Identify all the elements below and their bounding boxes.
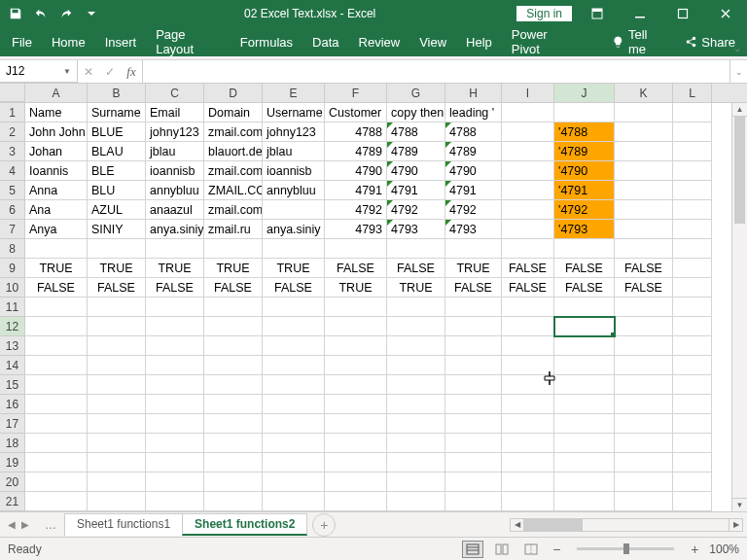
cell[interactable]	[502, 336, 554, 356]
cell[interactable]	[325, 298, 387, 317]
cell[interactable]: copy then	[387, 103, 445, 122]
cell[interactable]	[502, 472, 554, 492]
cell[interactable]	[673, 298, 712, 317]
cell[interactable]	[502, 142, 554, 161]
row-header[interactable]: 15	[0, 375, 25, 395]
col-header-J[interactable]: J	[554, 84, 615, 102]
cell[interactable]: FALSE	[554, 278, 615, 298]
sheet-nav-prev-icon[interactable]: ◀	[6, 519, 18, 530]
cell[interactable]: Email	[146, 103, 204, 122]
cell[interactable]	[204, 492, 263, 511]
vertical-scrollbar[interactable]: ▲ ▼	[731, 103, 747, 511]
cell[interactable]	[615, 142, 673, 161]
row-header[interactable]: 7	[0, 220, 25, 239]
cell[interactable]	[615, 434, 673, 453]
cell[interactable]	[502, 103, 554, 122]
cell[interactable]	[445, 492, 502, 511]
cell[interactable]: FALSE	[502, 278, 554, 298]
cell[interactable]	[445, 356, 502, 375]
cell[interactable]: zmail.com	[204, 122, 263, 142]
tab-view[interactable]: View	[419, 31, 446, 53]
cell[interactable]: TRUE	[88, 259, 146, 278]
cell[interactable]	[263, 492, 325, 511]
cell[interactable]	[673, 395, 712, 414]
cell[interactable]: Username	[263, 103, 325, 122]
cell[interactable]: FALSE	[554, 259, 615, 278]
cell[interactable]	[502, 298, 554, 317]
cell[interactable]	[445, 395, 502, 414]
col-header-C[interactable]: C	[146, 84, 204, 102]
hscroll-thumb[interactable]	[524, 519, 583, 531]
cell[interactable]	[554, 453, 615, 472]
cell[interactable]: jblau	[263, 142, 325, 161]
cell[interactable]: Ioannis	[25, 161, 88, 181]
cell[interactable]: John John	[25, 122, 88, 142]
tab-review[interactable]: Review	[359, 31, 401, 53]
view-page-break-button[interactable]	[520, 541, 542, 558]
row-header[interactable]: 5	[0, 181, 25, 200]
cell[interactable]	[502, 453, 554, 472]
cell[interactable]: 4788	[325, 122, 387, 142]
cell[interactable]: anya.siniy	[263, 220, 325, 239]
sheet-nav-next-icon[interactable]: ▶	[19, 519, 31, 530]
cell[interactable]: FALSE	[615, 278, 673, 298]
cell[interactable]	[88, 472, 146, 492]
cell[interactable]: Domain	[204, 103, 263, 122]
cell[interactable]	[146, 492, 204, 511]
cell[interactable]	[615, 356, 673, 375]
cell[interactable]	[673, 259, 712, 278]
cell[interactable]	[387, 492, 445, 511]
vscroll-thumb[interactable]	[734, 117, 745, 224]
cell[interactable]: 4790	[387, 161, 445, 181]
cell[interactable]	[615, 122, 673, 142]
cell[interactable]: FALSE	[387, 259, 445, 278]
cell[interactable]: zmail.ru	[204, 220, 263, 239]
cell[interactable]: TRUE	[25, 259, 88, 278]
row-header[interactable]: 11	[0, 298, 25, 317]
cell[interactable]: 4788	[387, 122, 445, 142]
tab-power-pivot[interactable]: Power Pivot	[512, 23, 573, 60]
cell[interactable]	[25, 375, 88, 395]
tab-data[interactable]: Data	[312, 31, 338, 53]
cell[interactable]	[88, 356, 146, 375]
cell[interactable]	[554, 317, 615, 336]
cell[interactable]	[204, 453, 263, 472]
cell[interactable]: BLE	[88, 161, 146, 181]
sheet-tab[interactable]: Sheet1 functions2	[182, 513, 307, 536]
row-header[interactable]: 14	[0, 356, 25, 375]
cell[interactable]: anya.siniy	[146, 220, 204, 239]
cell[interactable]: FALSE	[502, 259, 554, 278]
cell[interactable]	[554, 492, 615, 511]
cell[interactable]	[554, 298, 615, 317]
cell[interactable]	[554, 375, 615, 395]
cell[interactable]	[146, 298, 204, 317]
cell[interactable]	[25, 414, 88, 434]
cell[interactable]	[387, 453, 445, 472]
cell[interactable]: 4789	[445, 142, 502, 161]
cell[interactable]	[387, 239, 445, 259]
sheet-ellipsis[interactable]: …	[37, 518, 64, 532]
cell[interactable]	[25, 336, 88, 356]
cell[interactable]	[25, 239, 88, 259]
cell[interactable]	[554, 414, 615, 434]
share-button[interactable]: Share	[684, 35, 735, 50]
cell[interactable]: jblau	[146, 142, 204, 161]
cell[interactable]	[615, 336, 673, 356]
cell[interactable]	[554, 239, 615, 259]
redo-button[interactable]	[54, 2, 78, 25]
col-header-B[interactable]: B	[88, 84, 146, 102]
cell[interactable]: FALSE	[25, 278, 88, 298]
cell[interactable]	[263, 239, 325, 259]
cell[interactable]	[88, 239, 146, 259]
cell[interactable]: 4792	[325, 200, 387, 220]
cell[interactable]	[673, 103, 712, 122]
cell[interactable]: 4793	[325, 220, 387, 239]
cell[interactable]: ioannisb	[263, 161, 325, 181]
cell[interactable]	[25, 472, 88, 492]
row-header[interactable]: 16	[0, 395, 25, 414]
cell[interactable]: SINIY	[88, 220, 146, 239]
cell[interactable]	[25, 434, 88, 453]
cell[interactable]	[615, 414, 673, 434]
cell[interactable]	[146, 395, 204, 414]
cell[interactable]	[387, 375, 445, 395]
